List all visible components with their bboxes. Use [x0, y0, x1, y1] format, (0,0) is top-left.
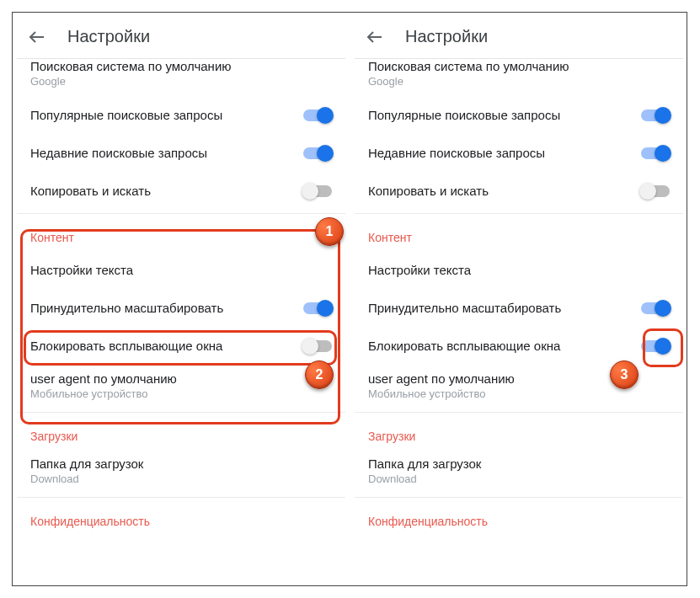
row-search-engine[interactable]: Поисковая система по умолчанию Google: [17, 59, 345, 96]
copy-toggle[interactable]: [303, 185, 332, 197]
search-engine-label: Поисковая система по умолчанию: [30, 59, 232, 73]
row-search-engine[interactable]: Поисковая система по умолчанию Google: [355, 59, 683, 96]
user-agent-label: user agent по умолчанию: [368, 371, 515, 386]
row-text-settings[interactable]: Настройки текста: [17, 251, 345, 289]
copy-toggle[interactable]: [641, 185, 670, 197]
user-agent-label: user agent по умолчанию: [30, 371, 177, 386]
back-arrow-icon[interactable]: [27, 27, 47, 47]
section-privacy: Конфиденциальность: [17, 501, 345, 535]
downloads-folder-sub: Download: [368, 473, 417, 485]
row-copy-search[interactable]: Копировать и искать: [17, 172, 345, 210]
text-settings-label: Настройки текста: [30, 263, 133, 277]
block-popups-toggle[interactable]: [641, 340, 670, 352]
search-engine-value: Google: [368, 75, 403, 88]
section-privacy: Конфиденциальность: [355, 501, 683, 535]
block-popups-label: Блокировать всплывающие окна: [30, 339, 222, 353]
row-copy-search[interactable]: Копировать и искать: [355, 172, 683, 210]
force-zoom-toggle[interactable]: [303, 302, 332, 314]
user-agent-sub: Мобильное устройство: [30, 387, 148, 400]
divider: [355, 412, 683, 413]
row-block-popups[interactable]: Блокировать всплывающие окна: [17, 327, 345, 365]
section-content: Контент: [17, 217, 345, 251]
recent-label: Недавние поисковые запросы: [368, 146, 545, 160]
text-settings-label: Настройки текста: [368, 263, 471, 277]
downloads-folder-label: Папка для загрузок: [368, 457, 481, 471]
search-engine-value: Google: [30, 75, 66, 88]
copy-label: Копировать и искать: [368, 184, 489, 198]
popular-label: Популярные поисковые запросы: [30, 108, 222, 122]
force-zoom-label: Принудительно масштабировать: [368, 301, 561, 315]
row-user-agent[interactable]: user agent по умолчанию Мобильное устрой…: [17, 365, 345, 408]
back-arrow-icon[interactable]: [365, 27, 385, 47]
force-zoom-toggle[interactable]: [641, 302, 670, 314]
popular-toggle[interactable]: [641, 109, 670, 121]
row-popular-queries[interactable]: Популярные поисковые запросы: [17, 96, 345, 134]
divider: [355, 213, 683, 214]
downloads-folder-label: Папка для загрузок: [30, 457, 143, 471]
recent-toggle[interactable]: [303, 147, 332, 159]
row-recent-queries[interactable]: Недавние поисковые запросы: [17, 134, 345, 172]
divider: [17, 412, 345, 413]
row-block-popups[interactable]: Блокировать всплывающие окна: [355, 327, 683, 365]
search-engine-label: Поисковая система по умолчанию: [368, 59, 569, 73]
screen-left: Настройки Поисковая система по умолчанию…: [17, 15, 345, 579]
section-downloads: Загрузки: [17, 416, 345, 450]
row-downloads-folder[interactable]: Папка для загрузок Download: [17, 450, 345, 494]
screen-right: Настройки Поисковая система по умолчанию…: [355, 15, 683, 579]
row-downloads-folder[interactable]: Папка для загрузок Download: [355, 450, 683, 494]
user-agent-sub: Мобильное устройство: [368, 387, 486, 400]
block-popups-label: Блокировать всплывающие окна: [368, 339, 560, 353]
downloads-folder-sub: Download: [30, 473, 79, 485]
recent-toggle[interactable]: [641, 147, 670, 159]
row-force-zoom[interactable]: Принудительно масштабировать: [17, 289, 345, 327]
block-popups-toggle[interactable]: [303, 340, 332, 352]
popular-label: Популярные поисковые запросы: [368, 108, 560, 122]
section-downloads: Загрузки: [355, 416, 683, 450]
divider: [355, 497, 683, 498]
row-user-agent[interactable]: user agent по умолчанию Мобильное устрой…: [355, 365, 683, 408]
app-header: Настройки: [17, 15, 345, 59]
page-title: Настройки: [67, 27, 150, 46]
app-header: Настройки: [355, 15, 683, 59]
copy-label: Копировать и искать: [30, 184, 151, 198]
page-title: Настройки: [405, 27, 488, 46]
row-text-settings[interactable]: Настройки текста: [355, 251, 683, 289]
row-recent-queries[interactable]: Недавние поисковые запросы: [355, 134, 683, 172]
popular-toggle[interactable]: [303, 109, 332, 121]
force-zoom-label: Принудительно масштабировать: [30, 301, 223, 315]
row-popular-queries[interactable]: Популярные поисковые запросы: [355, 96, 683, 134]
section-content: Контент: [355, 217, 683, 251]
row-force-zoom[interactable]: Принудительно масштабировать: [355, 289, 683, 327]
divider: [17, 213, 345, 214]
recent-label: Недавние поисковые запросы: [30, 146, 207, 160]
divider: [17, 497, 345, 498]
